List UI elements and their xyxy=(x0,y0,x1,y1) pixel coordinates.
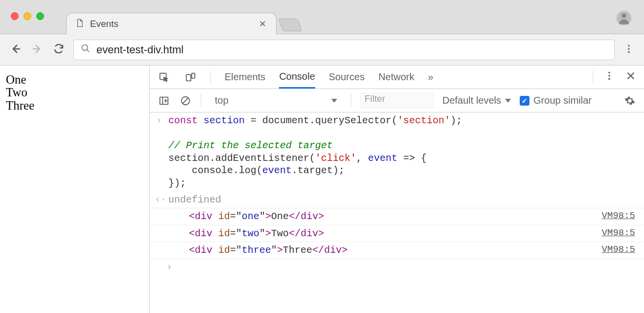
console-prompt-row[interactable]: › xyxy=(150,259,644,276)
devtools-tabbar: Elements Console Sources Network » xyxy=(150,66,644,89)
file-icon xyxy=(75,19,84,29)
browser-titlebar: Events ✕ xyxy=(0,0,644,34)
devtools-menu-icon[interactable] xyxy=(604,70,615,84)
console-log-row[interactable]: <div id="three">Three</div> VM98:5 xyxy=(150,242,644,259)
logged-element[interactable]: <div id="three">Three</div> xyxy=(189,244,347,257)
page-viewport: One Two Three xyxy=(0,66,149,313)
console-body: › const section = document.querySelector… xyxy=(150,112,644,313)
tab-title: Events xyxy=(90,19,253,29)
console-input-code: const section = document.querySelector('… xyxy=(168,114,462,190)
levels-label: Default levels xyxy=(442,95,501,106)
filter-input[interactable]: Filter xyxy=(360,93,434,109)
page-item-two[interactable]: Two xyxy=(6,86,143,99)
back-button[interactable] xyxy=(9,43,23,56)
console-log-row[interactable]: <div id="two">Two</div> VM98:5 xyxy=(150,225,644,242)
source-link[interactable]: VM98:5 xyxy=(602,210,635,221)
checkbox-checked-icon[interactable]: ✓ xyxy=(520,96,529,106)
svg-point-3 xyxy=(628,45,630,47)
tabstrip: Events ✕ xyxy=(66,0,300,34)
svg-rect-8 xyxy=(192,73,195,78)
console-return-row: ‹· undefined xyxy=(150,192,644,208)
console-input-row[interactable]: › const section = document.querySelector… xyxy=(150,112,644,192)
chevron-down-icon xyxy=(505,99,511,103)
toggle-sidebar-icon[interactable] xyxy=(158,95,170,106)
window-maximize-button[interactable] xyxy=(36,12,44,20)
tab-console[interactable]: Console xyxy=(279,66,315,89)
log-levels-select[interactable]: Default levels xyxy=(442,95,511,106)
reload-button[interactable] xyxy=(52,43,66,56)
execution-context-select[interactable]: top xyxy=(210,92,342,109)
return-value: undefined xyxy=(168,194,221,205)
group-similar-label: Group similar xyxy=(533,95,592,106)
devtools-panel: Elements Console Sources Network » xyxy=(149,66,644,313)
url-text: event-test-div.html xyxy=(96,44,607,56)
prompt-icon: › xyxy=(155,261,184,272)
separator xyxy=(210,70,211,84)
content-area: One Two Three Elements Console Sources N… xyxy=(0,66,644,313)
source-link[interactable]: VM98:5 xyxy=(602,227,635,238)
address-bar[interactable]: event-test-div.html xyxy=(73,40,615,60)
logged-element[interactable]: <div id="two">Two</div> xyxy=(189,227,324,240)
svg-line-17 xyxy=(183,98,188,103)
console-log-row[interactable]: <div id="one">One</div> VM98:5 xyxy=(150,208,644,225)
svg-point-0 xyxy=(621,13,626,18)
clear-console-icon[interactable] xyxy=(179,95,192,106)
chevron-down-icon xyxy=(331,99,337,103)
separator xyxy=(593,70,593,84)
search-icon xyxy=(81,44,91,56)
context-label: top xyxy=(215,95,229,106)
profile-avatar-icon[interactable] xyxy=(617,11,631,25)
svg-point-1 xyxy=(82,45,88,50)
close-tab-icon[interactable]: ✕ xyxy=(259,19,266,29)
devtools-close-icon[interactable] xyxy=(625,70,636,84)
svg-point-9 xyxy=(608,72,610,74)
source-link[interactable]: VM98:5 xyxy=(602,244,635,255)
svg-point-5 xyxy=(628,51,630,53)
forward-button[interactable] xyxy=(30,43,44,56)
new-tab-button[interactable] xyxy=(278,19,302,31)
tab-overflow[interactable]: » xyxy=(428,66,434,89)
output-indicator-icon: ‹· xyxy=(155,194,163,205)
device-toolbar-icon[interactable] xyxy=(184,72,197,83)
separator xyxy=(201,94,201,108)
separator xyxy=(351,94,351,108)
tab-elements[interactable]: Elements xyxy=(225,66,265,89)
svg-rect-7 xyxy=(186,74,191,81)
group-similar-toggle[interactable]: ✓ Group similar xyxy=(520,95,592,106)
chrome-menu-icon[interactable] xyxy=(622,44,635,56)
logged-element[interactable]: <div id="one">One</div> xyxy=(189,210,324,223)
input-prompt-icon: › xyxy=(155,114,163,126)
console-toolbar: top Filter Default levels ✓ Group simila… xyxy=(150,89,644,112)
svg-point-11 xyxy=(608,78,610,80)
console-settings-icon[interactable] xyxy=(623,95,636,106)
tab-sources[interactable]: Sources xyxy=(329,66,365,89)
svg-point-10 xyxy=(608,75,610,77)
traffic-lights xyxy=(0,0,44,20)
browser-toolbar: event-test-div.html xyxy=(0,34,644,66)
page-item-one[interactable]: One xyxy=(6,73,143,86)
svg-line-2 xyxy=(87,49,90,52)
window-close-button[interactable] xyxy=(11,12,19,20)
window-minimize-button[interactable] xyxy=(23,12,31,20)
svg-point-4 xyxy=(628,48,630,50)
inspect-element-icon[interactable] xyxy=(158,72,170,83)
page-item-three[interactable]: Three xyxy=(6,99,143,112)
browser-tab[interactable]: Events ✕ xyxy=(66,13,276,34)
tab-network[interactable]: Network xyxy=(378,66,414,89)
